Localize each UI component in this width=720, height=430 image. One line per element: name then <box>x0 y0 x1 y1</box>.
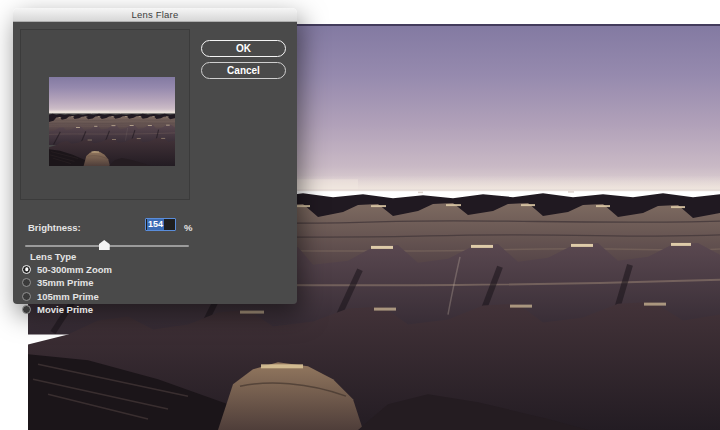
lens-type-radio-group: 50-300mm Zoom 35mm Prime 105mm Prime Mov… <box>22 264 112 315</box>
brightness-label: Brightness: <box>28 222 81 233</box>
flare-preview-panel <box>20 29 190 200</box>
lens-type-label: Lens Type <box>30 251 76 262</box>
dialog-titlebar[interactable]: Lens Flare <box>13 8 297 22</box>
flare-preview-thumbnail[interactable] <box>49 77 175 166</box>
lens-flare-dialog: Lens Flare OK Cancel Brightness: 154 % L… <box>13 8 297 304</box>
dialog-body: OK Cancel Brightness: 154 % Lens Type 50… <box>13 22 297 304</box>
thumbnail-art <box>49 77 175 166</box>
radio-option-105mm-prime[interactable]: 105mm Prime <box>22 291 112 301</box>
radio-selected-icon[interactable] <box>22 265 31 274</box>
radio-label: 50-300mm Zoom <box>37 264 112 275</box>
radio-label: 105mm Prime <box>37 291 99 302</box>
radio-label: Movie Prime <box>37 304 93 315</box>
brightness-value: 154 <box>147 219 164 230</box>
radio-option-movie-prime[interactable]: Movie Prime <box>22 305 112 315</box>
page: { "dialog": { "title": "Lens Flare", "ok… <box>0 0 720 430</box>
percent-label: % <box>184 222 192 233</box>
brightness-slider[interactable] <box>25 239 189 251</box>
ok-button[interactable]: OK <box>201 40 286 57</box>
radio-option-50-300mm-zoom[interactable]: 50-300mm Zoom <box>22 264 112 274</box>
brightness-input[interactable]: 154 <box>145 218 176 231</box>
radio-option-35mm-prime[interactable]: 35mm Prime <box>22 278 112 288</box>
radio-unselected-icon[interactable] <box>22 278 31 287</box>
radio-unselected-icon[interactable] <box>22 305 31 314</box>
radio-unselected-icon[interactable] <box>22 292 31 301</box>
brightness-slider-thumb[interactable] <box>99 240 110 250</box>
radio-label: 35mm Prime <box>37 277 94 288</box>
dialog-title: Lens Flare <box>132 9 179 20</box>
cancel-button[interactable]: Cancel <box>201 62 286 79</box>
